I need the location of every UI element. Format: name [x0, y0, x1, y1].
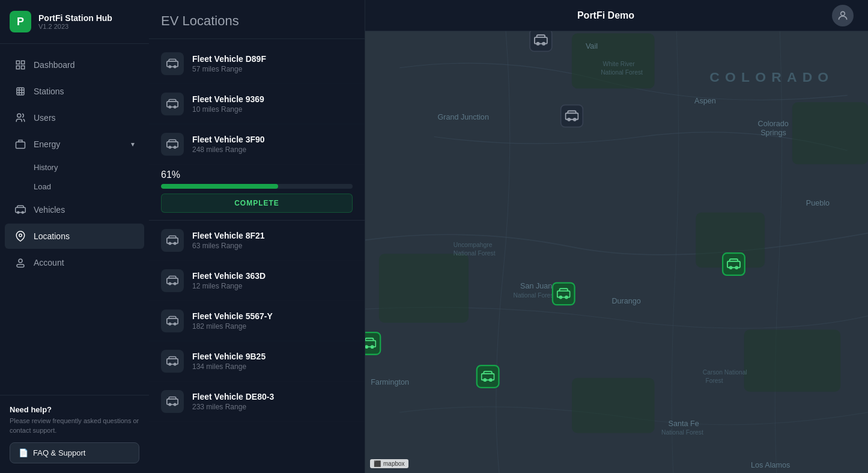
vehicle-list: Fleet Vehicle D89F 57 miles Range Fleet …: [149, 39, 365, 473]
vehicle-range: 10 miles Range: [192, 105, 353, 114]
vehicle-name: Fleet Vehicle 5567-Y: [192, 311, 353, 321]
vehicle-range: 63 miles Range: [192, 242, 353, 250]
svg-rect-7: [16, 207, 26, 212]
sidebar-item-account[interactable]: Account: [5, 250, 144, 275]
svg-rect-66: [530, 31, 552, 51]
sidebar-item-stations[interactable]: Stations: [5, 79, 144, 104]
svg-point-5: [17, 114, 21, 117]
svg-text:Pueblo: Pueblo: [806, 199, 830, 207]
svg-text:Durango: Durango: [612, 297, 640, 305]
complete-badge: COMPLETE: [161, 194, 353, 213]
vehicle-item[interactable]: Fleet Vehicle 8F21 63 miles Range: [149, 221, 365, 261]
vehicle-name: Fleet Vehicle 8F21: [192, 231, 353, 240]
sidebar-item-history[interactable]: History: [5, 158, 144, 177]
panel-title: EV Locations: [161, 13, 353, 29]
vehicle-item[interactable]: Fleet Vehicle D89F 57 miles Range: [149, 44, 365, 84]
svg-rect-22: [167, 238, 178, 243]
map-marker-1[interactable]: [530, 31, 552, 51]
sidebar-item-users[interactable]: Users: [5, 105, 144, 130]
vehicle-icon: [161, 310, 184, 332]
panel-header: EV Locations: [149, 0, 365, 39]
svg-rect-13: [167, 61, 178, 67]
map-svg: COLORADO Vail White River National Fores…: [365, 31, 868, 473]
vehicle-range: 233 miles Range: [192, 403, 353, 411]
vehicle-range: 248 miles Range: [192, 145, 353, 154]
app-title: PortFi Station Hub: [38, 13, 112, 23]
chevron-down-icon: ▾: [131, 140, 135, 148]
svg-rect-74: [723, 253, 745, 275]
svg-point-37: [841, 11, 845, 16]
vehicle-name: Fleet Vehicle 363D: [192, 271, 353, 281]
vehicle-name: Fleet Vehicle 9369: [192, 94, 353, 104]
svg-rect-2: [22, 66, 25, 69]
grid-icon: [14, 59, 26, 71]
svg-rect-0: [16, 61, 19, 64]
vehicle-range: 134 miles Range: [192, 362, 353, 371]
svg-text:Los Alamos: Los Alamos: [751, 461, 790, 469]
sidebar-item-dashboard[interactable]: Dashboard: [5, 52, 144, 78]
vehicle-name: Fleet Vehicle 9B25: [192, 352, 353, 361]
map-marker-6[interactable]: [477, 365, 499, 388]
sidebar-footer: Need help? Please review frequently aske…: [0, 395, 149, 473]
svg-text:National Forest: National Forest: [454, 250, 496, 257]
svg-rect-82: [365, 332, 380, 355]
map-marker-3[interactable]: [723, 253, 745, 275]
vehicle-icon: [161, 52, 184, 75]
svg-rect-42: [379, 254, 469, 323]
svg-rect-25: [167, 278, 178, 284]
svg-text:Santa Fe: Santa Fe: [668, 420, 699, 428]
sidebar: P PortFi Station Hub V1.2 2023 Dashboard…: [0, 0, 149, 473]
progress-bar-fill: [161, 184, 278, 189]
svg-rect-31: [167, 359, 178, 364]
vehicle-item[interactable]: Fleet Vehicle 9B25 134 miles Range: [149, 341, 365, 382]
svg-rect-86: [477, 365, 499, 388]
svg-point-11: [19, 259, 22, 263]
sidebar-header: P PortFi Station Hub V1.2 2023: [0, 0, 149, 44]
energy-icon: [14, 138, 26, 150]
vehicle-range: 57 miles Range: [192, 65, 353, 73]
vehicle-panel: EV Locations Fleet Vehicle D89F 57 miles…: [149, 0, 365, 473]
svg-rect-40: [792, 102, 868, 164]
svg-rect-1: [22, 61, 25, 64]
mapbox-attribution: ⬛ mapbox: [370, 459, 408, 468]
svg-text:Vail: Vail: [586, 42, 598, 50]
faq-support-button[interactable]: 📄 FAQ & Support: [10, 442, 139, 463]
vehicle-name: Fleet Vehicle 3F90: [192, 135, 353, 144]
vehicle-item[interactable]: Fleet Vehicle 5567-Y 182 miles Range: [149, 301, 365, 341]
help-title: Need help?: [10, 405, 139, 414]
map-marker-2[interactable]: [561, 105, 583, 127]
vehicle-item[interactable]: Fleet Vehicle DE80-3 233 miles Range: [149, 382, 365, 422]
sidebar-item-load[interactable]: Load: [5, 177, 144, 196]
vehicle-icon: [161, 390, 184, 413]
vehicle-icon: [161, 269, 184, 292]
vehicle-item[interactable]: Fleet Vehicle 3F90 248 miles Range: [149, 124, 365, 165]
users-icon: [14, 112, 26, 124]
sidebar-item-locations[interactable]: Locations: [5, 224, 144, 249]
vehicle-icon: [161, 93, 184, 115]
progress-label: 61%: [161, 169, 180, 180]
map-marker-5[interactable]: [365, 332, 380, 355]
progress-header: 61%: [161, 169, 353, 180]
main-content: EV Locations Fleet Vehicle D89F 57 miles…: [149, 0, 868, 473]
vehicle-item[interactable]: Fleet Vehicle 9369 10 miles Range: [149, 84, 365, 124]
svg-text:San Juan: San Juan: [520, 282, 552, 290]
svg-rect-16: [167, 102, 178, 107]
svg-text:Springs: Springs: [760, 129, 786, 137]
vehicle-icon: [161, 229, 184, 252]
users-label: Users: [34, 113, 56, 123]
document-icon: 📄: [19, 448, 28, 457]
locations-label: Locations: [34, 231, 70, 241]
map-marker-4[interactable]: [553, 283, 575, 305]
demo-title: PortFi Demo: [577, 10, 634, 21]
svg-rect-6: [16, 142, 25, 148]
stations-label: Stations: [34, 87, 64, 96]
vehicle-item[interactable]: Fleet Vehicle 363D 12 miles Range: [149, 261, 365, 301]
svg-text:National Forest: National Forest: [601, 69, 643, 76]
vehicle-name: Fleet Vehicle D89F: [192, 54, 353, 64]
vehicle-name: Fleet Vehicle DE80-3: [192, 392, 353, 401]
sidebar-item-energy[interactable]: Energy ▾: [5, 132, 144, 157]
vehicle-range: 12 miles Range: [192, 282, 353, 290]
user-avatar[interactable]: [832, 5, 854, 26]
svg-text:Farmington: Farmington: [371, 378, 409, 386]
sidebar-item-vehicles[interactable]: Vehicles: [5, 197, 144, 222]
